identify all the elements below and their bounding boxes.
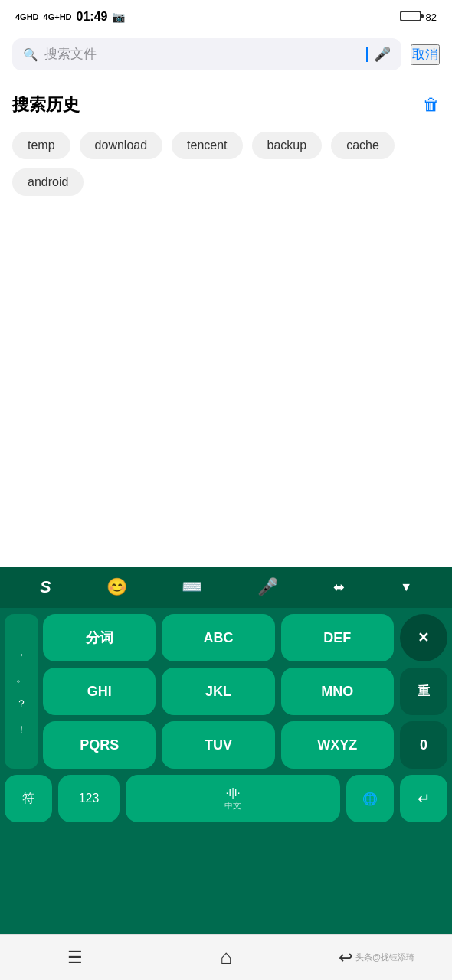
toolbar-emoji[interactable]: 😊 (100, 574, 133, 600)
toolbar-cursor[interactable]: ⬌ (327, 576, 351, 599)
key-exclaim: ！ (16, 724, 27, 737)
search-input-wrapper[interactable]: 🔍 🎤 (12, 38, 401, 70)
home-icon: ⌂ (220, 946, 232, 969)
nav-home[interactable]: ⌂ (151, 946, 302, 969)
history-tag-temp[interactable]: temp (12, 132, 70, 159)
back-icon: ↩ (339, 948, 352, 968)
key-bottom-row: 符 123 ·I|I· 中文 🌐 ↵ (5, 775, 447, 822)
battery-icon (400, 11, 421, 24)
keyboard-area: S 😊 ⌨️ 🎤 ⬌ ▼ ， 。 ？ ！ 分词 ABC (0, 567, 452, 934)
key-fu[interactable]: 符 (5, 775, 52, 822)
key-zero[interactable]: 0 (400, 721, 447, 769)
history-tag-backup[interactable]: backup (252, 132, 323, 159)
key-def[interactable]: DEF (281, 614, 394, 662)
key-comma: ， (16, 645, 27, 659)
key-period: 。 (16, 671, 27, 685)
toolbar-keyboard[interactable]: ⌨️ (175, 574, 208, 600)
nav-bar: ☰ ⌂ ↩ 头条@拢钰添琦 (0, 934, 452, 980)
history-header: 搜索历史 🗑 (12, 93, 440, 116)
delete-history-icon[interactable]: 🗑 (423, 95, 440, 115)
keyboard-body: ， 。 ？ ！ 分词 ABC DEF ✕ GHI JKL (0, 608, 452, 830)
history-tag-download[interactable]: download (80, 132, 163, 159)
space-icon: ·I|I· (225, 786, 240, 799)
key-mno[interactable]: MNO (281, 668, 394, 715)
search-bar-container: 🔍 🎤 取消 (0, 31, 452, 78)
mic-icon[interactable]: 🎤 (374, 46, 391, 63)
history-section: 搜索历史 🗑 temp download tencent backup cach… (0, 78, 452, 205)
key-space[interactable]: ·I|I· 中文 (126, 775, 340, 822)
key-tuv[interactable]: TUV (162, 721, 274, 769)
menu-icon: ☰ (67, 948, 83, 968)
status-left: 4GHD 4G+HD 01:49 📷 (15, 10, 125, 24)
history-title: 搜索历史 (12, 93, 80, 116)
history-tag-tencent[interactable]: tencent (172, 132, 242, 159)
signal-4ghd: 4GHD (15, 12, 39, 21)
toolbar-hide[interactable]: ▼ (394, 577, 418, 597)
battery-percent: 82 (426, 11, 437, 23)
text-cursor (366, 47, 368, 62)
nav-back[interactable]: ↩ 头条@拢钰添琦 (301, 948, 452, 968)
nav-menu[interactable]: ☰ (0, 948, 151, 968)
status-right: 82 (400, 11, 437, 24)
key-row-1: 分词 ABC DEF ✕ (43, 614, 447, 662)
key-delete[interactable]: ✕ (400, 614, 447, 662)
key-question: ？ (16, 697, 27, 711)
signal-4ghd2: 4G+HD (44, 12, 72, 21)
key-num[interactable]: 123 (58, 775, 120, 822)
key-ghi[interactable]: GHI (43, 668, 156, 715)
history-tags: temp download tencent backup cache andro… (12, 132, 440, 196)
key-pqrs[interactable]: PQRS (43, 721, 156, 769)
cancel-button[interactable]: 取消 (411, 44, 440, 65)
status-time: 01:49 (77, 10, 108, 24)
key-row-2: GHI JKL MNO 重 (43, 668, 447, 715)
key-wxyz[interactable]: WXYZ (281, 721, 394, 769)
key-side-column: ， 。 ？ ！ (5, 614, 38, 769)
key-enter[interactable]: ↵ (400, 775, 447, 822)
toolbar-mic[interactable]: 🎤 (251, 574, 284, 600)
keyboard-toolbar: S 😊 ⌨️ 🎤 ⬌ ▼ (0, 567, 452, 608)
key-jkl[interactable]: JKL (162, 668, 274, 715)
key-main-grid: 分词 ABC DEF ✕ GHI JKL MNO 重 PQRS TUV WXYZ (43, 614, 447, 769)
toolbar-s[interactable]: S (34, 574, 57, 600)
key-row-3: PQRS TUV WXYZ 0 (43, 721, 447, 769)
search-input[interactable] (44, 47, 359, 62)
space-label: 中文 (224, 800, 241, 812)
key-abc[interactable]: ABC (162, 614, 274, 662)
key-fenzi[interactable]: 分词 (43, 614, 156, 662)
search-icon: 🔍 (23, 47, 38, 62)
key-globe[interactable]: 🌐 (346, 775, 394, 822)
watermark-text: 头条@拢钰添琦 (355, 952, 414, 963)
key-side-punctuation[interactable]: ， 。 ？ ！ (5, 614, 38, 769)
history-tag-android[interactable]: android (12, 168, 84, 196)
key-chong[interactable]: 重 (400, 668, 447, 715)
history-tag-cache[interactable]: cache (331, 132, 395, 159)
status-bar: 4GHD 4G+HD 01:49 📷 82 (0, 0, 452, 31)
status-icon: 📷 (112, 11, 125, 23)
